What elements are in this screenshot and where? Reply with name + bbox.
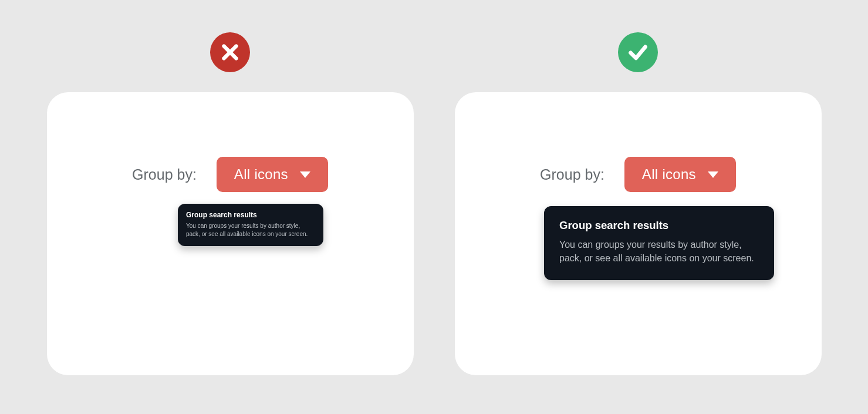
- bad-example: Group by: All icons Group search results…: [47, 32, 414, 375]
- comparison-container: Group by: All icons Group search results…: [0, 0, 868, 375]
- caret-down-icon: [708, 171, 718, 178]
- good-card: Group by: All icons Group search results…: [455, 92, 822, 375]
- dropdown-value: All icons: [234, 166, 288, 183]
- caret-down-icon: [300, 171, 310, 178]
- tooltip-body: You can groups your results by author st…: [186, 222, 315, 238]
- tooltip-body: You can groups your results by author st…: [559, 238, 759, 265]
- bad-card: Group by: All icons Group search results…: [47, 92, 414, 375]
- good-example: Group by: All icons Group search results…: [455, 32, 822, 375]
- cross-badge: [210, 32, 250, 72]
- group-by-dropdown[interactable]: All icons: [624, 157, 736, 192]
- check-badge: [618, 32, 658, 72]
- control-row: Group by: All icons: [47, 157, 414, 192]
- group-by-label: Group by:: [540, 166, 604, 183]
- group-by-label: Group by:: [132, 166, 197, 183]
- tooltip-title: Group search results: [559, 219, 759, 232]
- tooltip-title: Group search results: [186, 211, 315, 219]
- tooltip-large: Group search results You can groups your…: [544, 206, 774, 280]
- tooltip-small: Group search results You can groups your…: [178, 204, 323, 246]
- check-icon: [626, 41, 650, 64]
- cross-icon: [219, 42, 241, 63]
- control-row: Group by: All icons: [455, 157, 822, 192]
- dropdown-value: All icons: [642, 166, 696, 183]
- group-by-dropdown[interactable]: All icons: [217, 157, 328, 192]
